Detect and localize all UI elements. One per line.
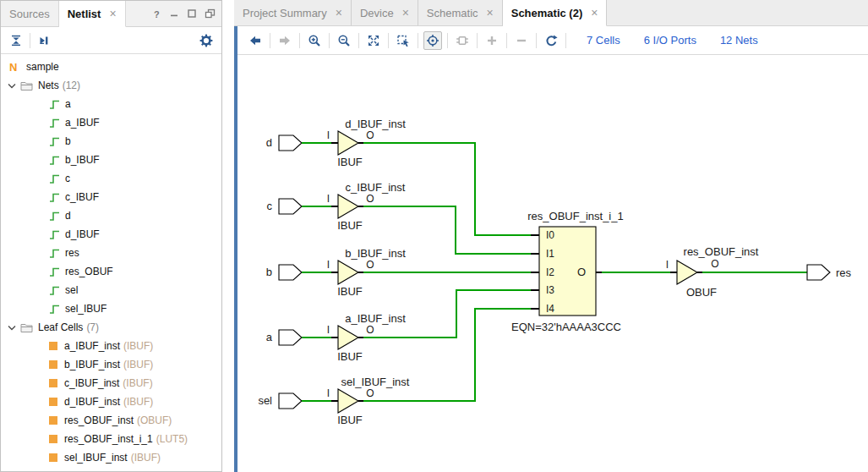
zoom-fit-icon[interactable] [364,31,383,50]
cell-icon [49,435,57,443]
celltype-label: IBUF [337,156,363,168]
close-icon[interactable]: × [487,7,494,19]
tree-cell-res-obuf-inst[interactable]: res_OBUF_inst(OBUF) [1,411,221,430]
zoom-in-icon[interactable] [305,31,324,50]
tab-netlist[interactable]: Netlist × [59,1,126,27]
tree-net-res-obuf[interactable]: res_OBUF [1,262,221,281]
tab-schematic-2[interactable]: Schematic (2)× [503,0,608,26]
cells-link[interactable]: 7 Cells [587,34,620,47]
autofit-selection-icon[interactable] [423,31,442,50]
zoom-selection-icon[interactable] [394,31,412,50]
toolbar-separator [418,33,418,48]
buffer-pin-in-label: I [327,387,330,399]
add-icon[interactable] [483,31,501,50]
cell-res-obuf-inst[interactable] [677,261,697,284]
toolbar-separator [270,33,270,48]
tab-schematic[interactable]: Schematic× [418,0,503,25]
tree-cell-a-ibuf-inst[interactable]: a_IBUF_inst(IBUF) [1,337,221,355]
tree-net-b[interactable]: b [1,132,221,151]
net-icon [49,136,60,147]
tree-root-sample[interactable]: Nsample [1,58,221,76]
tree-cell-type: (IBUF) [123,340,153,352]
buffer-pin-in-label: I [327,324,330,336]
tree-net-c[interactable]: c [1,169,221,188]
float-icon[interactable] [205,8,216,19]
zoom-out-icon[interactable] [335,31,353,50]
cell-c-ibuf-inst[interactable] [338,195,358,218]
vivado-window: Sources Netlist × ? [0,0,868,472]
svg-text:?: ? [154,8,160,19]
tree-net-a[interactable]: a [1,95,221,113]
close-icon[interactable]: × [402,7,409,19]
tree-net-sel-ibuf[interactable]: sel_IBUF [1,299,221,318]
lut-pin-label-i1: I1 [546,248,554,260]
tree-cell-res-obuf-inst-i-1[interactable]: res_OBUF_inst_i_1(LUT5) [1,430,221,448]
expand-selected-icon[interactable] [35,31,53,50]
tree-cell-label: d_IBUF_inst [64,396,120,408]
tree-group-leaf-cells[interactable]: Leaf Cells(7) [1,318,221,337]
tree-net-b-ibuf[interactable]: b_IBUF [1,151,221,169]
schematic-canvas[interactable]: dIOd_IBUF_instIBUFcIOc_IBUF_instIBUFbIOb… [237,55,868,472]
tree-net-sel[interactable]: sel [1,281,221,299]
port-a[interactable] [279,330,302,345]
close-icon[interactable]: × [336,7,342,19]
celltype-label: IBUF [337,285,363,298]
tree-net-c-ibuf[interactable]: c_IBUF [1,188,221,206]
tree-cell-type: (LUT5) [156,433,188,445]
cell-pins-icon[interactable] [453,31,472,50]
nets-link[interactable]: 12 Nets [720,34,758,47]
maximize-icon[interactable] [187,8,197,19]
lut-pin-label-i2: I2 [546,266,554,278]
forward-icon[interactable] [276,31,294,50]
port-res[interactable] [807,265,830,280]
close-icon[interactable]: × [591,7,598,19]
collapse-all-icon[interactable] [7,31,25,50]
port-label-sel: sel [258,394,272,407]
back-icon[interactable] [246,31,265,50]
tree-group-nets[interactable]: Nets(12) [1,76,221,95]
help-icon[interactable]: ? [151,8,161,19]
tree-net-d[interactable]: d [1,206,221,225]
celltype-label: IBUF [337,219,363,232]
cell-a-ibuf-inst[interactable] [338,326,358,349]
port-label-d: d [266,136,272,149]
tree-cell-d-ibuf-inst[interactable]: d_IBUF_inst(IBUF) [1,392,221,411]
cell-b-ibuf-inst[interactable] [338,261,358,284]
tab-sources[interactable]: Sources [1,1,59,26]
tree-net-label: res [65,247,79,259]
buffer-pin-out-label: O [366,324,374,336]
remove-icon[interactable] [512,31,531,50]
port-d[interactable] [279,135,302,151]
minimize-icon[interactable] [169,8,179,19]
tree-net-res[interactable]: res [1,244,221,262]
tree-net-a-ibuf[interactable]: a_IBUF [1,113,221,132]
refresh-icon[interactable] [542,31,560,50]
io-ports-link[interactable]: 6 I/O Ports [644,34,696,47]
obuf-pin-in-label: I [666,259,669,271]
tree-group-count: (12) [63,80,80,91]
close-icon[interactable]: × [109,8,116,19]
tab-project-summary[interactable]: Project Summary× [234,0,352,25]
port-b[interactable] [279,265,302,280]
tree-net-label: sel [65,284,78,296]
buffer-pin-in-label: I [327,259,330,271]
tree-net-label: res_OBUF [65,266,113,277]
tree-net-label: b_IBUF [65,154,100,166]
port-c[interactable] [279,199,302,214]
net-icon [49,229,60,240]
settings-gear-icon[interactable] [197,31,216,50]
tree-net-d-ibuf[interactable]: d_IBUF [1,225,221,244]
cell-d-ibuf-inst[interactable] [338,131,358,155]
instance-label-res-obuf-inst: res_OBUF_inst [684,245,759,258]
buffer-pin-in-label: I [327,129,330,141]
tree-cell-c-ibuf-inst[interactable]: c_IBUF_inst(IBUF) [1,374,221,392]
toolbar-separator [477,33,478,48]
cell-sel-ibuf-inst[interactable] [338,389,358,413]
schematic-canvas-area[interactable]: dIOd_IBUF_instIBUFcIOc_IBUF_instIBUFbIOb… [237,55,868,472]
netlist-tree: NsampleNets(12)aa_IBUFbb_IBUFcc_IBUFdd_I… [1,54,221,471]
lut-pin-label-i4: I4 [546,303,554,315]
tab-device[interactable]: Device× [352,0,418,25]
port-sel[interactable] [279,393,302,409]
tree-cell-sel-ibuf-inst[interactable]: sel_IBUF_inst(IBUF) [1,448,221,467]
tree-cell-b-ibuf-inst[interactable]: b_IBUF_inst(IBUF) [1,355,221,374]
